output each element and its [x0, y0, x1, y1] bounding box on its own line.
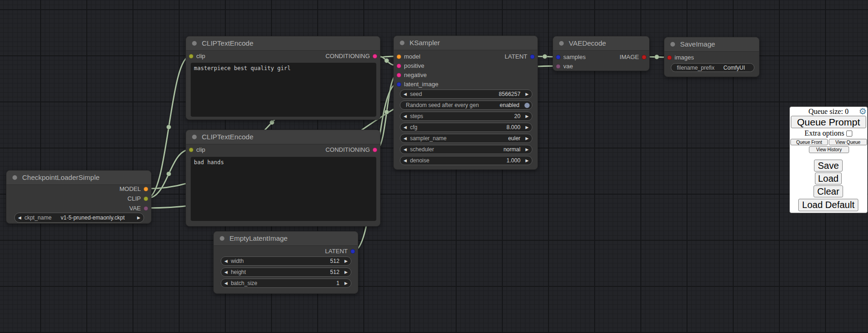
- prev-arrow-icon[interactable]: ◀: [400, 156, 410, 165]
- queue-prompt-button[interactable]: Queue Prompt: [791, 116, 866, 128]
- toggle-enabled-icon[interactable]: [524, 102, 530, 108]
- node-ksampler[interactable]: KSampler model positive negative latent_…: [393, 36, 538, 170]
- prev-arrow-icon[interactable]: ◀: [400, 145, 410, 154]
- clip-port-dot[interactable]: [189, 148, 193, 152]
- seed-widget[interactable]: ◀ seed 8566257 ▶: [400, 89, 532, 99]
- next-arrow-icon[interactable]: ▶: [522, 112, 532, 120]
- latent-port-dot[interactable]: [397, 82, 401, 87]
- latent-port-dot[interactable]: [350, 249, 355, 254]
- input-port-latent-image[interactable]: latent_image: [394, 80, 438, 89]
- output-port-conditioning[interactable]: CONDITIONING: [326, 52, 380, 61]
- node-vae-decode[interactable]: VAEDecode samples vae IMAGE: [553, 36, 650, 71]
- input-port-samples[interactable]: samples: [553, 53, 585, 62]
- input-port-clip[interactable]: clip: [186, 145, 205, 155]
- input-port-model[interactable]: model: [394, 52, 420, 61]
- node-titlebar[interactable]: CLIPTextEncode: [186, 130, 380, 144]
- collapse-dot-icon[interactable]: [12, 175, 17, 180]
- next-arrow-icon[interactable]: ▶: [522, 90, 532, 98]
- conditioning-port-dot[interactable]: [373, 148, 377, 152]
- image-port-dot[interactable]: [667, 55, 672, 60]
- node-titlebar[interactable]: SaveImage: [664, 37, 759, 52]
- model-port-dot[interactable]: [397, 54, 401, 59]
- prev-arrow-icon[interactable]: ◀: [400, 90, 410, 98]
- width-widget[interactable]: ◀ width 512 ▶: [221, 256, 351, 266]
- load-default-button[interactable]: Load Default: [798, 199, 858, 211]
- filename-prefix-widget[interactable]: filename_prefix ComfyUI: [671, 63, 754, 72]
- next-arrow-icon[interactable]: ▶: [341, 268, 351, 276]
- collapse-dot-icon[interactable]: [192, 135, 197, 139]
- output-port-latent[interactable]: LATENT: [505, 52, 537, 61]
- output-port-model[interactable]: MODEL: [120, 184, 151, 194]
- node-titlebar[interactable]: CLIPTextEncode: [186, 36, 380, 51]
- output-port-vae[interactable]: VAE: [129, 204, 151, 213]
- input-port-clip[interactable]: clip: [186, 52, 205, 61]
- next-arrow-icon[interactable]: ▶: [341, 257, 351, 265]
- queue-front-button[interactable]: Queue Front: [790, 139, 828, 145]
- denoise-widget[interactable]: ◀ denoise 1.000 ▶: [400, 156, 532, 165]
- next-arrow-icon[interactable]: ▶: [522, 145, 532, 154]
- collapse-dot-icon[interactable]: [192, 41, 197, 46]
- prev-arrow-icon[interactable]: ◀: [221, 279, 231, 287]
- random-seed-toggle-widget[interactable]: Random seed after every gen enabled: [400, 101, 532, 110]
- clip-port-dot[interactable]: [189, 54, 193, 59]
- prev-arrow-icon[interactable]: ◀: [400, 134, 410, 143]
- latent-port-dot[interactable]: [556, 55, 561, 59]
- model-port-dot[interactable]: [144, 187, 148, 191]
- extra-options-checkbox[interactable]: [846, 131, 852, 137]
- next-arrow-icon[interactable]: ▶: [522, 134, 532, 143]
- prompt-textarea[interactable]: bad hands: [191, 157, 376, 221]
- node-titlebar[interactable]: KSampler: [394, 36, 537, 50]
- scheduler-widget[interactable]: ◀ scheduler normal ▶: [400, 145, 532, 154]
- vae-port-dot[interactable]: [556, 64, 561, 69]
- input-port-images[interactable]: images: [664, 53, 694, 62]
- next-arrow-icon[interactable]: ▶: [341, 279, 351, 287]
- image-port-dot[interactable]: [642, 55, 646, 59]
- cfg-widget[interactable]: ◀ cfg 8.000 ▶: [400, 123, 532, 132]
- output-port-image[interactable]: IMAGE: [620, 53, 649, 62]
- clear-button[interactable]: Clear: [814, 185, 843, 197]
- height-widget[interactable]: ◀ height 512 ▶: [221, 268, 351, 277]
- conditioning-port-dot[interactable]: [397, 73, 401, 77]
- input-port-negative[interactable]: negative: [394, 71, 427, 80]
- next-arrow-icon[interactable]: ▶: [522, 156, 532, 165]
- batch-size-widget[interactable]: ◀ batch_size 1 ▶: [221, 279, 351, 288]
- vae-port-dot[interactable]: [144, 206, 148, 211]
- output-port-latent[interactable]: LATENT: [325, 247, 358, 256]
- prev-arrow-icon[interactable]: ◀: [400, 123, 410, 131]
- node-clip-text-encode-negative[interactable]: CLIPTextEncode clip CONDITIONING bad han…: [186, 130, 380, 226]
- collapse-dot-icon[interactable]: [400, 41, 404, 45]
- node-graph-canvas[interactable]: CheckpointLoaderSimple MODEL CLIP VAE ◀ …: [0, 0, 868, 333]
- prompt-textarea[interactable]: masterpiece best quality girl: [191, 63, 376, 117]
- input-port-positive[interactable]: positive: [394, 61, 424, 71]
- ckpt-name-widget[interactable]: ◀ ckpt_name v1-5-pruned-emaonly.ckpt ▶: [14, 213, 144, 223]
- steps-widget[interactable]: ◀ steps 20 ▶: [400, 112, 532, 121]
- input-port-vae[interactable]: vae: [553, 62, 573, 71]
- collapse-dot-icon[interactable]: [220, 236, 224, 241]
- node-titlebar[interactable]: VAEDecode: [553, 36, 649, 51]
- view-queue-button[interactable]: View Queue: [829, 139, 867, 145]
- prev-arrow-icon[interactable]: ◀: [15, 214, 24, 222]
- next-arrow-icon[interactable]: ▶: [134, 214, 144, 222]
- conditioning-port-dot[interactable]: [373, 54, 377, 59]
- node-clip-text-encode-positive[interactable]: CLIPTextEncode clip CONDITIONING masterp…: [186, 36, 380, 120]
- latent-port-dot[interactable]: [530, 54, 535, 59]
- conditioning-port-dot[interactable]: [397, 64, 401, 68]
- node-checkpoint-loader-simple[interactable]: CheckpointLoaderSimple MODEL CLIP VAE ◀ …: [6, 170, 151, 224]
- output-port-conditioning[interactable]: CONDITIONING: [326, 145, 380, 155]
- view-history-button[interactable]: View History: [809, 146, 849, 153]
- node-titlebar[interactable]: EmptyLatentImage: [214, 232, 358, 246]
- load-button[interactable]: Load: [815, 172, 842, 184]
- prev-arrow-icon[interactable]: ◀: [400, 112, 410, 120]
- node-titlebar[interactable]: CheckpointLoaderSimple: [6, 171, 151, 185]
- node-save-image[interactable]: SaveImage images filename_prefix ComfyUI: [664, 37, 760, 77]
- output-port-clip[interactable]: CLIP: [127, 194, 151, 203]
- collapse-dot-icon[interactable]: [559, 41, 564, 46]
- sampler-name-widget[interactable]: ◀ sampler_name euler ▶: [400, 134, 532, 143]
- clip-port-dot[interactable]: [144, 196, 148, 201]
- node-empty-latent-image[interactable]: EmptyLatentImage LATENT ◀ width 512 ▶ ◀ …: [213, 231, 358, 294]
- next-arrow-icon[interactable]: ▶: [522, 123, 532, 131]
- prev-arrow-icon[interactable]: ◀: [221, 268, 231, 276]
- prev-arrow-icon[interactable]: ◀: [221, 257, 231, 265]
- collapse-dot-icon[interactable]: [670, 42, 675, 47]
- save-button[interactable]: Save: [814, 160, 843, 172]
